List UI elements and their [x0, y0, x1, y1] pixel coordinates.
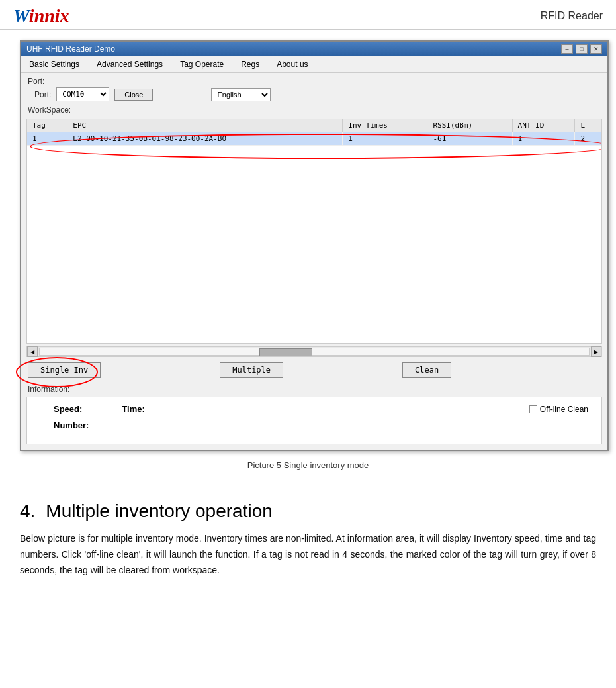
scroll-thumb[interactable]	[259, 348, 312, 356]
port-inner: Port: COM10 Close English	[28, 87, 601, 101]
col-l: L	[575, 119, 601, 132]
clean-button[interactable]: Clean	[402, 362, 451, 378]
section-title: Multiple inventory operation	[46, 501, 272, 521]
menu-about-us[interactable]: About us	[274, 58, 310, 70]
offline-clean-group: Off-line Clean	[529, 405, 588, 414]
information-label: Information:	[28, 385, 69, 394]
logo: Winnix	[13, 5, 69, 26]
close-port-button[interactable]: Close	[114, 89, 153, 101]
col-epc: EPC	[67, 119, 343, 132]
cell-epc: E2-00-10-21-35-0B-01-98-23-00-2A-B0	[67, 132, 343, 146]
number-label: Number:	[54, 420, 89, 430]
cell-inv-times: 1	[343, 132, 427, 146]
cell-ant-id: 1	[512, 132, 575, 146]
logo-w: W	[13, 5, 29, 26]
scroll-left-button[interactable]: ◀	[27, 346, 38, 357]
menu-regs[interactable]: Regs	[238, 58, 262, 70]
port-section: Port: Port: COM10 Close English	[21, 73, 607, 104]
workspace-label: WorkSpace:	[21, 104, 607, 116]
body-text: Below picture is for multiple inventory …	[20, 531, 596, 578]
section-heading: 4.Multiple inventory operation	[20, 501, 596, 522]
cell-tag: 1	[27, 132, 67, 146]
horizontal-scrollbar[interactable]: ◀ ▶	[26, 346, 602, 357]
info-row-2: Number:	[40, 420, 588, 430]
scroll-track[interactable]	[39, 348, 590, 356]
table-header-row: Tag EPC Inv Times RSSI(dBm) ANT ID L	[27, 119, 601, 132]
minimize-button[interactable]: –	[561, 44, 573, 54]
cell-l: 2	[575, 132, 601, 146]
port-section-label: Port:	[28, 77, 44, 86]
page-title: RFID Reader	[541, 10, 603, 22]
section-number: 4.	[20, 501, 35, 521]
close-button[interactable]: ✕	[590, 44, 602, 54]
col-rssi: RSSI(dBm)	[427, 119, 512, 132]
page-header: Winnix RFID Reader	[0, 0, 616, 30]
title-bar-buttons: – □ ✕	[561, 44, 602, 54]
col-ant-id: ANT ID	[512, 119, 575, 132]
app-title: UHF RFID Reader Demo	[26, 44, 115, 54]
language-select[interactable]: English	[211, 88, 271, 101]
information-section-label: Information:	[21, 382, 607, 394]
single-inv-button[interactable]: Single Inv	[28, 362, 101, 378]
col-tag: Tag	[27, 119, 67, 132]
multiple-button[interactable]: Multiple	[220, 362, 283, 378]
port-label: Port:	[34, 90, 51, 99]
menu-advanced-settings[interactable]: Advanced Settings	[94, 58, 165, 70]
table-container: Tag EPC Inv Times RSSI(dBm) ANT ID L 1 E…	[26, 119, 602, 344]
menu-bar: Basic Settings Advanced Settings Tag Ope…	[21, 56, 607, 73]
cell-rssi: -61	[427, 132, 512, 146]
data-table: Tag EPC Inv Times RSSI(dBm) ANT ID L 1 E…	[27, 119, 601, 146]
maximize-button[interactable]: □	[576, 44, 588, 54]
main-content: UHF RFID Reader Demo – □ ✕ Basic Setting…	[0, 30, 616, 494]
port-select[interactable]: COM10	[56, 87, 109, 101]
app-window: UHF RFID Reader Demo – □ ✕ Basic Setting…	[20, 40, 609, 451]
title-bar: UHF RFID Reader Demo – □ ✕	[21, 42, 607, 56]
offline-clean-checkbox[interactable]	[529, 405, 537, 413]
menu-tag-operate[interactable]: Tag Operate	[177, 58, 226, 70]
time-label: Time:	[122, 404, 144, 414]
table-row: 1 E2-00-10-21-35-0B-01-98-23-00-2A-B0 1 …	[27, 132, 601, 146]
caption: Picture 5 Single inventory mode	[20, 460, 596, 470]
offline-clean-label: Off-line Clean	[540, 405, 588, 414]
info-row-1: Speed: Time: Off-line Clean	[40, 404, 588, 414]
information-area: Speed: Time: Off-line Clean Number:	[26, 397, 602, 444]
action-buttons-row: Single Inv Multiple Clean	[21, 358, 607, 382]
speed-label: Speed:	[54, 404, 82, 414]
scroll-right-button[interactable]: ▶	[591, 346, 601, 357]
col-inv-times: Inv Times	[343, 119, 427, 132]
single-inv-wrap: Single Inv	[28, 362, 101, 378]
menu-basic-settings[interactable]: Basic Settings	[26, 58, 82, 70]
